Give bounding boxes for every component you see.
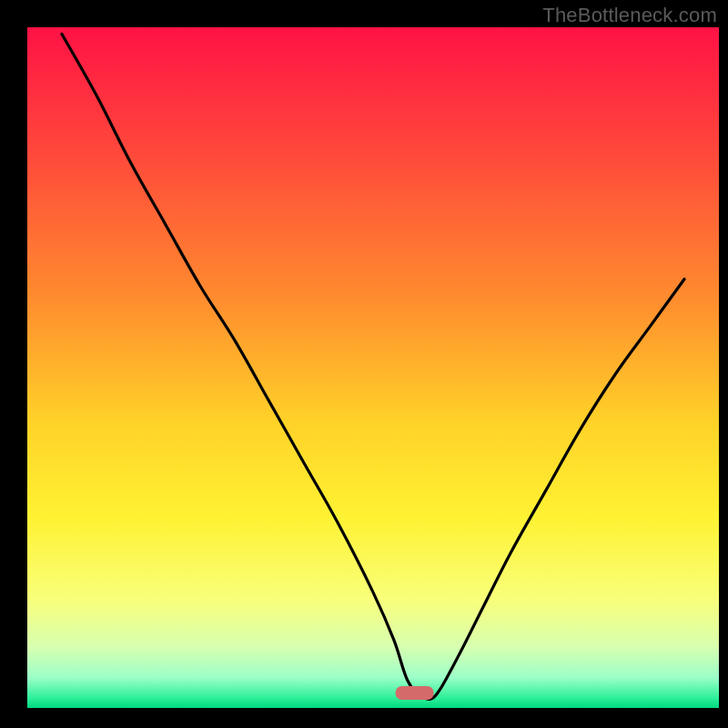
chart-frame: TheBottleneck.com — [0, 0, 728, 728]
plot-background — [27, 27, 719, 708]
watermark-label: TheBottleneck.com — [542, 4, 717, 27]
bottleneck-chart — [0, 0, 728, 728]
optimal-marker — [396, 686, 434, 700]
